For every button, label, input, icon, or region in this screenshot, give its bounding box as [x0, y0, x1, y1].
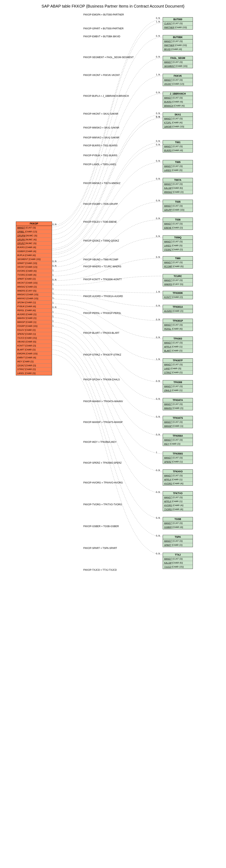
- table-field: OPUPK [NUMC (4)]: [16, 238, 52, 242]
- cardinality: 1: [52, 324, 54, 327]
- table-field: LANDL [CHAR (3)]: [16, 371, 52, 375]
- table-field: APPLK [CHAR (1)]: [163, 345, 193, 349]
- cardinality: 0..N: [156, 160, 160, 162]
- table-field: HVORG [CHAR (4)]: [16, 269, 52, 273]
- table-field: LAND1 [CHAR (3)]: [163, 168, 193, 172]
- table-field: MANDT [CLNT (3)]: [163, 363, 193, 367]
- table-field: KALSM [CHAR (6)]: [163, 186, 193, 190]
- cardinality: 0..N: [156, 56, 160, 58]
- table-field: HVORG [CHAR (4)]: [163, 503, 193, 507]
- table-field: QSSKZ [CHAR (2)]: [163, 247, 193, 251]
- table-field: TXJCD [CHAR (15)]: [16, 336, 52, 340]
- table-field: SPART [CHAR (2)]: [163, 543, 193, 547]
- table-field: EMGPA [CHAR (10)]: [16, 351, 52, 355]
- table-field: SPERZ [CHAR (1)]: [16, 332, 52, 336]
- table-title: TFK007F: [163, 359, 193, 363]
- table-field: PYBUK [CHAR (4)]: [16, 304, 52, 308]
- table-field: MANDT [CLNT (3)]: [163, 323, 193, 327]
- edge-label: FKKOP-MWSKZ = T007A-MWSKZ: [83, 182, 120, 185]
- table-field: GRUPP [CHAR (10)]: [163, 208, 193, 212]
- edge-label: FKKOP-GSBER = TGSB-GSBER: [83, 525, 119, 528]
- table-field: MANDT [CLNT (3)]: [163, 384, 193, 388]
- edge-label: FKKOP-KONTT = TFK000K-KONTT: [83, 278, 122, 281]
- cardinality: 0..N: [156, 144, 160, 146]
- table-field: MANDT [CLNT (3)]: [163, 145, 193, 148]
- table-field: TVORG [CHAR (4)]: [16, 273, 52, 277]
- edge-label: FKKOP-SPART = TSPA-SPART: [83, 547, 117, 550]
- table-field: MANDT [CLNT (3)]: [163, 402, 193, 406]
- table-field: KONTT [CHAR (2)]: [163, 295, 193, 299]
- table-field: SPERZ [CHAR (1)]: [163, 460, 193, 464]
- table-field: WAERS [CUKY (5)]: [163, 282, 193, 286]
- table-field: LAND1 [CHAR (3)]: [163, 244, 193, 247]
- cardinality: 0..N: [52, 265, 56, 267]
- cardinality: 1: [156, 451, 157, 454]
- table-field: MANDT [CLNT (3)]: [163, 539, 193, 543]
- table-field: AUGRD [CHAR (2)]: [16, 312, 52, 316]
- table-title: J_1BBRANCH: [163, 92, 193, 96]
- table-field: SEGMENT [CHAR (10)]: [163, 64, 193, 68]
- table-field: SEGMENT [CHAR (10)]: [16, 257, 52, 261]
- table-field: BUKRS [CHAR (4)]: [163, 100, 193, 104]
- table-field: CLIENT [CLNT (3)]: [163, 22, 193, 25]
- table-field: MANDT [CLNT (3)]: [163, 182, 193, 186]
- cardinality: 0..N: [52, 260, 56, 262]
- table-field: APPLK [CHAR (1)]: [163, 477, 193, 482]
- edge-label: FKKOP-TXJCD = TTXJ-TXJCD: [83, 568, 117, 571]
- edge-label: FKKOP-AUGRD = TFK001A-AUGRD: [83, 295, 123, 298]
- table-field: MANDT [CLNT (3)]: [163, 240, 193, 244]
- cardinality: 1..N: [156, 21, 160, 23]
- table-tfk056a: TFK056AMANDT [CLNT (3)]IKEY [CHAR (2)]: [163, 434, 193, 446]
- cardinality: 1: [52, 283, 54, 285]
- table-but0bk: BUT0BKMANDT [CLNT (3)]PARTNER [CHAR (10)…: [163, 35, 193, 51]
- table-field: MAHNV [CHAR (2)]: [16, 316, 52, 320]
- cardinality: 0..N: [156, 116, 160, 118]
- table-field: MWSKO [CHAR (10)]: [16, 292, 52, 297]
- page-title: SAP ABAP table FKKOP {Business Partner I…: [4, 4, 222, 8]
- table-title: TFKHVO: [163, 470, 193, 474]
- table-j_1bbranch: J_1BBRANCHMANDT [CLNT (3)]BUKRS [CHAR (4…: [163, 92, 193, 108]
- table-field: MANDT [CLNT (3)]: [163, 438, 193, 442]
- table-tfk001p: TFK001PMANDT [CLNT (3)]PERSL [CHAR (4)]: [163, 319, 193, 331]
- table-title: TFKTVO: [163, 491, 193, 496]
- table-tcurc: TCURCMANDT [CLNT (3)]WAERS [CUKY (5)]: [163, 274, 193, 286]
- table-t880: T880MANDT [CLNT (3)]RCOMP [CHAR (6)]: [163, 256, 193, 269]
- table-field: IKEY [CHAR (2)]: [163, 442, 193, 446]
- table-field: MANDT [CLNT (3)]: [163, 260, 193, 265]
- edge-label: FKKOP-VKONT = FKKVK-VKONT: [83, 74, 120, 76]
- table-field: HVORG [CHAR (4)]: [163, 482, 193, 486]
- table-title: T059Q: [163, 236, 193, 240]
- cardinality: 1: [52, 311, 54, 313]
- table-title: FKKVK: [163, 74, 193, 78]
- cardinality: 0..N: [156, 380, 160, 382]
- table-field: VBUND [CHAR (6)]: [16, 340, 52, 344]
- table-field: IKEY [CHAR (2)]: [16, 360, 52, 364]
- table-field: BLART [CHAR (2)]: [163, 349, 193, 352]
- table-field: BUKRS [CHAR (4)]: [16, 245, 52, 249]
- table-field: EBENE [CHAR (2)]: [163, 226, 193, 230]
- table-title: TFK008: [163, 380, 193, 384]
- edge-label: FKKOP-EMBVT = BUT0BK-BKVID: [83, 35, 120, 38]
- cardinality: 0..N: [52, 223, 56, 225]
- table-title: TFK000K: [163, 291, 193, 295]
- table-field: SPART [CHAR (2)]: [16, 277, 52, 281]
- table-field: MANDT [CLNT (3)]: [163, 117, 193, 121]
- cardinality: 0..N: [156, 552, 160, 555]
- table-tfkhvo: TFKHVOMANDT [CLNT (3)]APPLK [CHAR (1)]HV…: [163, 469, 193, 486]
- table-title: TTXJ: [163, 553, 193, 557]
- edge-label: FKKOP-BUKRS = T001-BUKRS: [83, 144, 117, 147]
- table-field: HKONT [CHAR (10)]: [16, 281, 52, 285]
- cardinality: 1: [52, 320, 54, 322]
- edge-label: FKKOP-QSSKZ = T059Q-QSSKZ: [83, 239, 119, 242]
- edge-label: FKKOP-HKONT = SKA1-SAKNR: [83, 113, 118, 115]
- table-field: ZAHLS [CHAR (1)]: [163, 388, 193, 392]
- edge-label: FKKOP-EMGPA = BUT000-PARTNER: [83, 13, 124, 16]
- table-title: T007A: [163, 178, 193, 182]
- cardinality: 0..N: [52, 306, 56, 308]
- table-field: PARTNER [CHAR (10)]: [163, 43, 193, 47]
- table-fkkop: FKKOPMANDT [CLNT (3)]OPBEL [CHAR (12)]OP…: [16, 221, 52, 375]
- table-field: MANDT [CLNT (3)]: [163, 204, 193, 208]
- table-field: BUKRS [CHAR (4)]: [163, 148, 193, 152]
- table-field: GSBER [CHAR (4)]: [163, 525, 193, 529]
- table-field: VKONT [CHAR (12)]: [16, 265, 52, 269]
